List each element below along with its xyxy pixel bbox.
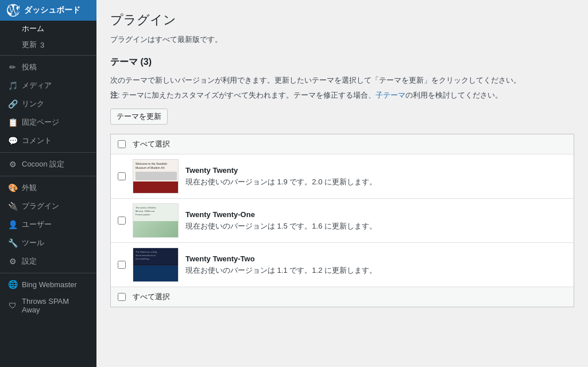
select-all-bottom-checkbox[interactable] <box>118 293 126 301</box>
sidebar-title: ダッシュボード <box>24 5 80 16</box>
sidebar-item-home[interactable]: ホーム <box>0 21 96 37</box>
theme-info-tt1: Twenty Twenty-One 現在お使いのバージョンは 1.5 です。1.… <box>185 210 567 231</box>
themes-table: すべて選択 Welcome to the SwedishMuseum of Mo… <box>110 134 574 307</box>
theme-name-tt2: Twenty Twenty-Two <box>185 254 567 263</box>
theme-checkbox-tt1[interactable] <box>118 217 126 225</box>
theme-version-tt2: 現在お使いのバージョンは 1.1 です。1.2 に更新します。 <box>185 265 567 276</box>
sidebar-item-comments[interactable]: 💬 コメント <box>0 132 96 150</box>
sidebar-header[interactable]: ダッシュボード <box>0 0 96 21</box>
sidebar-item-cocoon[interactable]: ⚙ Cocoon 設定 <box>0 155 96 173</box>
sidebar-nav: ホーム 更新 3 ✏ 投稿 🎵 メディア 🔗 リンク 📋 固定ページ 💬 コメン… <box>0 21 96 318</box>
child-theme-link[interactable]: 子テーマ <box>376 91 405 99</box>
select-all-top-checkbox[interactable] <box>118 140 126 148</box>
theme-name-tt1: Twenty Twenty-One <box>185 210 567 219</box>
sidebar-item-pages[interactable]: 📋 固定ページ <box>0 113 96 132</box>
table-row: The works of BertheMorisot, 1800s-eraFre… <box>111 199 574 243</box>
sidebar-item-updates[interactable]: 更新 3 <box>0 37 96 53</box>
note-prefix: 注 <box>110 91 118 99</box>
throws-icon: 🛡 <box>8 301 17 310</box>
comments-icon: 💬 <box>8 136 17 145</box>
select-all-bottom-row: すべて選択 <box>111 287 574 307</box>
sidebar-item-media[interactable]: 🎵 メディア <box>0 76 96 95</box>
note-suffix: の利用を検討してください。 <box>405 91 502 99</box>
sidebar-item-posts[interactable]: ✏ 投稿 <box>0 58 96 76</box>
themes-note: 注: テーマに加えたカスタマイズがすべて失われます。テーマを修正する場合、子テー… <box>110 90 574 101</box>
update-themes-button[interactable]: テーマを更新 <box>110 109 168 125</box>
theme-checkbox-tt[interactable] <box>118 172 126 180</box>
sidebar-item-plugins[interactable]: 🔌 プラグイン <box>0 197 96 215</box>
main-content: プラグイン プラグインはすべて最新版です。 テーマ (3) 次のテーマで新しいバ… <box>96 0 588 367</box>
theme-version-tt: 現在お使いのバージョンは 1.9 です。2.0 に更新します。 <box>185 177 567 187</box>
note-body: : テーマに加えたカスタマイズがすべて失われます。テーマを修正する場合、 <box>118 91 376 99</box>
pages-icon: 📋 <box>8 118 17 127</box>
themes-section: テーマ (3) 次のテーマで新しいバージョンが利用できます。更新したいテーマを選… <box>110 56 574 307</box>
plugin-status-text: プラグインはすべて最新版です。 <box>110 34 574 45</box>
table-row: The Hatchery: a blogabout adventures inb… <box>111 243 574 287</box>
select-all-bottom-label: すべて選択 <box>133 292 170 302</box>
wordpress-icon <box>7 4 20 17</box>
sidebar-item-bing[interactable]: 🌐 Bing Webmaster <box>0 276 96 293</box>
theme-thumbnail-tt2: The Hatchery: a blogabout adventures inb… <box>133 248 179 282</box>
tools-icon: 🔧 <box>8 238 17 248</box>
sidebar-item-tools[interactable]: 🔧 ツール <box>0 234 96 252</box>
settings-icon: ⚙ <box>8 257 17 266</box>
appearance-icon: 🎨 <box>8 183 17 192</box>
theme-info-tt: Twenty Twenty 現在お使いのバージョンは 1.9 です。2.0 に更… <box>185 166 567 187</box>
theme-name-tt: Twenty Twenty <box>185 166 567 175</box>
media-icon: 🎵 <box>8 81 17 90</box>
theme-version-tt1: 現在お使いのバージョンは 1.5 です。1.6 に更新します。 <box>185 221 567 231</box>
sidebar-item-users[interactable]: 👤 ユーザー <box>0 215 96 234</box>
links-icon: 🔗 <box>8 99 17 109</box>
sidebar-item-throws[interactable]: 🛡 Throws SPAM Away <box>0 293 96 318</box>
table-row: Welcome to the SwedishMuseum of Modern A… <box>111 154 574 199</box>
theme-thumbnail-tt: Welcome to the SwedishMuseum of Modern A… <box>133 159 179 194</box>
theme-info-tt2: Twenty Twenty-Two 現在お使いのバージョンは 1.1 です。1.… <box>185 254 567 276</box>
users-icon: 👤 <box>8 220 17 229</box>
page-title: プラグイン <box>110 11 574 29</box>
posts-icon: ✏ <box>8 63 17 72</box>
bing-icon: 🌐 <box>8 280 17 289</box>
plugins-icon: 🔌 <box>8 202 17 211</box>
theme-checkbox-tt2[interactable] <box>118 261 126 269</box>
sidebar-item-settings[interactable]: ⚙ 設定 <box>0 252 96 271</box>
sidebar-item-appearance[interactable]: 🎨 外観 <box>0 179 96 197</box>
themes-section-title: テーマ (3) <box>110 56 574 68</box>
sidebar: ダッシュボード ホーム 更新 3 ✏ 投稿 🎵 メディア 🔗 リンク 📋 固定ペ… <box>0 0 96 367</box>
updates-badge: 3 <box>40 41 44 49</box>
theme-thumbnail-tt1: The works of BertheMorisot, 1800s-eraFre… <box>133 203 179 238</box>
cocoon-icon: ⚙ <box>8 160 17 169</box>
select-all-top-row: すべて選択 <box>111 134 574 154</box>
themes-description: 次のテーマで新しいバージョンが利用できます。更新したいテーマを選択して「テーマを… <box>110 75 574 86</box>
sidebar-item-links[interactable]: 🔗 リンク <box>0 95 96 113</box>
select-all-top-label: すべて選択 <box>133 139 170 149</box>
